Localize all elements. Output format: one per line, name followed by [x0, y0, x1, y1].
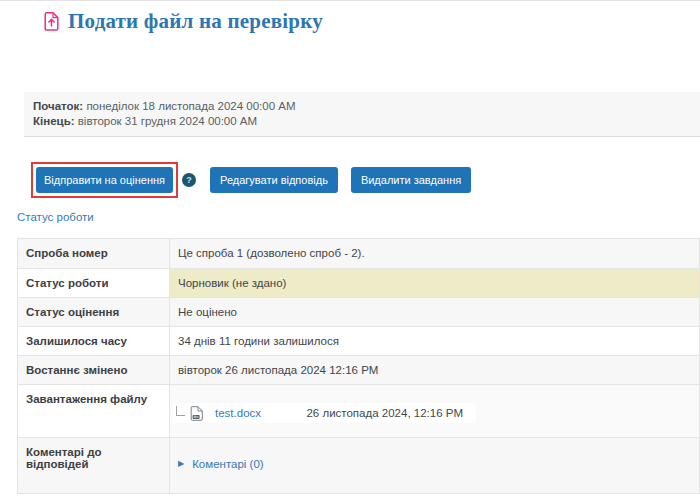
end-date-label: Кінець: [33, 115, 75, 127]
row-label: Востаннє змінено [18, 356, 170, 385]
row-label: Статус оцінення [18, 298, 170, 327]
end-date-line: Кінець: вівторок 31 грудня 2024 00:00 AM [33, 114, 700, 129]
table-row-time-remaining: Залишилося часу 34 днів 11 години залиши… [18, 327, 700, 356]
file-upload-date: 26 листопада 2024, 12:16 PM [306, 407, 463, 419]
row-value: Це спроба 1 (дозволено спроб - 2). [170, 239, 700, 269]
row-label: Спроба номер [18, 239, 170, 269]
edit-submission-button[interactable]: Редагувати відповідь [210, 167, 338, 193]
svg-text:doc: doc [193, 415, 199, 419]
table-row-file-submissions: Завантаження файлу doc test.docx [18, 385, 700, 438]
row-label: Статус роботи [18, 269, 170, 298]
start-date-line: Початок: понеділок 18 листопада 2024 00:… [33, 99, 700, 114]
table-row-last-modified: Востаннє змінено вівторок 26 листопада 2… [18, 356, 700, 385]
table-row-submission-status: Статус роботи Чорновик (не здано) [18, 269, 700, 298]
submit-for-grading-button[interactable]: Відправити на оцінення [36, 167, 173, 193]
comments-cell: ▶ Коментарі (0) [170, 438, 700, 494]
row-label: Залишилося часу [18, 327, 170, 356]
end-date-value: вівторок 31 грудня 2024 00:00 AM [78, 115, 257, 127]
assignment-page: Подати файл на перевірку Початок: понеді… [0, 0, 700, 502]
start-date-value: понеділок 18 листопада 2024 00:00 AM [86, 100, 295, 112]
document-icon: doc [190, 406, 203, 421]
comments-toggle[interactable]: ▶ Коментарі (0) [178, 458, 691, 470]
row-label: Завантаження файлу [18, 385, 170, 438]
caret-right-icon: ▶ [178, 460, 184, 468]
submission-status-link[interactable]: Статус роботи [17, 211, 94, 223]
row-value: 34 днів 11 години залишилося [170, 327, 700, 356]
file-cell: doc test.docx 26 листопада 2024, 12:16 P… [170, 385, 700, 438]
row-value: вівторок 26 листопада 2024 12:16 PM [170, 356, 700, 385]
page-header: Подати файл на перевірку [44, 9, 323, 34]
table-row-comments: Коментарі до відповідей ▶ Коментарі (0) [18, 438, 700, 494]
delete-submission-button[interactable]: Видалити завдання [351, 167, 471, 193]
table-row-attempt: Спроба номер Це спроба 1 (дозволено спро… [18, 239, 700, 269]
start-date-label: Початок: [33, 100, 83, 112]
comments-link[interactable]: Коментарі (0) [192, 458, 263, 470]
annotation-highlight-box: Відправити на оцінення [31, 162, 178, 198]
tree-connector-icon [176, 406, 185, 416]
submitted-file-row: doc test.docx 26 листопада 2024, 12:16 P… [173, 403, 476, 423]
assignment-dates-box: Початок: понеділок 18 листопада 2024 00:… [24, 92, 700, 137]
submitted-file-link[interactable]: test.docx [215, 407, 261, 419]
top-divider [0, 0, 700, 1]
submission-status-value: Чорновик (не здано) [170, 269, 700, 298]
submission-status-table: Спроба номер Це спроба 1 (дозволено спро… [17, 238, 700, 494]
upload-file-icon [44, 12, 59, 31]
help-icon[interactable]: ? [182, 173, 196, 187]
action-buttons-row: Відправити на оцінення ? Редагувати відп… [31, 162, 471, 198]
page-title: Подати файл на перевірку [68, 9, 323, 34]
row-value: Не оцінено [170, 298, 700, 327]
table-row-grading-status: Статус оцінення Не оцінено [18, 298, 700, 327]
row-label: Коментарі до відповідей [18, 438, 170, 494]
